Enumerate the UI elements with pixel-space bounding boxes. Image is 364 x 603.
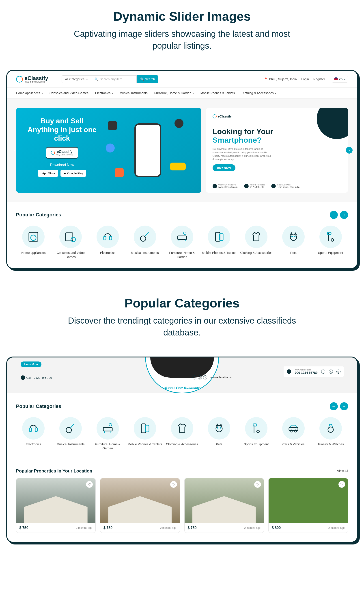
favorite-button[interactable]: ♡ <box>254 481 261 488</box>
nav-item[interactable]: Musical Instruments <box>120 91 147 95</box>
phone-icon <box>287 369 291 374</box>
promo-banner: Learn More Call +0123-456-789 "Boost You… <box>7 358 357 393</box>
nav-item[interactable]: Furniture, Home & Garden <box>154 91 194 95</box>
svg-point-22 <box>66 428 71 433</box>
brand-logo[interactable]: eClassify "Buy & Sell Anything" <box>16 75 48 83</box>
twitter-icon[interactable]: 𝕏 <box>203 375 207 379</box>
svg-rect-18 <box>328 232 331 234</box>
category-item[interactable]: Musical Instruments <box>127 226 162 259</box>
backpack-icon <box>106 143 115 152</box>
learn-more-button[interactable]: Learn More <box>21 361 42 367</box>
categories-prev-button[interactable]: ← <box>330 211 338 219</box>
category-label: Furniture, Home & Garden <box>90 442 125 450</box>
favorite-button[interactable]: ♡ <box>339 481 345 488</box>
categories-prev-button[interactable]: ← <box>330 402 338 410</box>
login-link[interactable]: Login <box>301 77 309 81</box>
svg-rect-21 <box>35 428 37 431</box>
category-icon <box>176 422 188 435</box>
view-all-link[interactable]: View All <box>337 469 348 473</box>
slide-card-1[interactable]: Buy and Sell Anything in just one click … <box>16 108 201 193</box>
heart-icon: ♡ <box>172 482 175 487</box>
category-icon-wrap <box>245 417 267 440</box>
category-dropdown[interactable]: All Categories ⌄ <box>62 75 92 83</box>
category-icon-wrap <box>59 417 82 440</box>
brand-badge: eClassify "Buy & Sell Anything" <box>46 147 78 159</box>
map-icon <box>271 184 276 188</box>
category-icon <box>64 231 77 243</box>
category-item[interactable]: Clothing & Accessories <box>165 417 199 450</box>
slide-card-2[interactable]: eClassify Looking for Your Smartphone? N… <box>206 108 348 193</box>
categories-next-button[interactable]: → <box>340 211 348 219</box>
category-icon <box>287 231 300 243</box>
category-item[interactable]: Pets <box>276 226 311 259</box>
category-item[interactable]: Cars & Vehicles <box>276 417 311 450</box>
nav-item[interactable]: Consoles and Video Games <box>50 91 88 95</box>
chevron-down-icon: ⌄ <box>86 77 88 81</box>
svg-point-16 <box>294 236 296 237</box>
category-item[interactable]: Electronics <box>90 226 125 259</box>
property-card[interactable]: ♡$ 7502 months ago <box>100 478 180 533</box>
search-button[interactable]: 🔍 Search <box>137 75 158 83</box>
instagram-icon[interactable]: ◎ <box>336 370 341 374</box>
category-item[interactable]: Clothing & Accessories <box>239 226 274 259</box>
twitter-icon[interactable]: 𝕏 <box>329 370 333 374</box>
property-card[interactable]: ♡$ 7502 months ago <box>184 478 264 533</box>
category-label: Clothing & Accessories <box>165 442 199 446</box>
register-link[interactable]: Register <box>313 77 325 81</box>
search-input[interactable]: 🔍 Search any item <box>92 75 137 83</box>
favorite-button[interactable]: ♡ <box>86 481 93 488</box>
category-icon <box>324 422 337 435</box>
slider-prev-button[interactable]: ‹ <box>12 147 18 154</box>
category-label: Musical Instruments <box>127 251 162 255</box>
language-switcher[interactable]: en ▾ <box>332 76 348 82</box>
property-card[interactable]: ♡$ 7502 months ago <box>16 478 96 533</box>
properties-section: Popular Properties In Your Location View… <box>7 460 357 542</box>
pin-icon: 📍 <box>264 77 268 81</box>
category-item[interactable]: Mobile Phones & Tablets <box>127 417 162 450</box>
contact-card: www.website.com 000 1234 56789 f 𝕏 ◎ <box>284 366 343 377</box>
category-icon-wrap <box>97 417 119 440</box>
nav-item[interactable]: Electronics <box>95 91 113 95</box>
category-icon-wrap <box>171 226 193 248</box>
categories-next-button[interactable]: → <box>340 402 348 410</box>
category-item[interactable]: Consoles and Video Games <box>53 226 88 259</box>
facebook-icon[interactable]: f <box>192 375 197 379</box>
category-item[interactable]: Furniture, Home & Garden <box>165 226 199 259</box>
svg-point-27 <box>109 423 112 426</box>
svg-point-32 <box>220 427 221 429</box>
property-card[interactable]: ♡$ 8002 months ago <box>268 478 348 533</box>
house-shape-icon <box>192 496 256 523</box>
appstore-button[interactable]: App Store <box>38 170 58 177</box>
googleplay-button[interactable]: ▶ Google Play <box>60 170 86 177</box>
category-item[interactable]: Pets <box>202 417 237 450</box>
category-icon <box>27 231 40 243</box>
category-item[interactable]: Jewelry & Watches <box>313 417 348 450</box>
category-item[interactable]: Sports Equipment <box>239 417 274 450</box>
category-item[interactable]: Home appliances <box>16 226 51 259</box>
nav-item[interactable]: Home appliances <box>16 91 43 95</box>
buy-now-button[interactable]: BUY NOW <box>213 164 236 171</box>
category-item[interactable]: Musical Instruments <box>53 417 88 450</box>
category-item[interactable]: Sports Equipment <box>313 226 348 259</box>
category-item[interactable]: Mobile Phones & Tablets <box>202 226 237 259</box>
logo-icon <box>16 76 23 82</box>
svg-point-11 <box>183 232 186 234</box>
search-icon: 🔍 <box>140 77 144 81</box>
category-item[interactable]: Electronics <box>16 417 51 450</box>
slider-next-button[interactable]: › <box>346 147 353 154</box>
category-label: Mobile Phones & Tablets <box>127 442 162 446</box>
svg-rect-20 <box>29 428 32 431</box>
category-icon <box>176 231 188 243</box>
category-item[interactable]: Furniture, Home & Garden <box>90 417 125 450</box>
property-image: ♡ <box>185 478 264 523</box>
favorite-button[interactable]: ♡ <box>170 481 177 488</box>
instagram-icon[interactable]: ◎ <box>198 375 202 379</box>
slide-title: Buy and Sell Anything in just one click <box>25 116 99 142</box>
category-icon-wrap <box>22 226 44 248</box>
svg-point-37 <box>290 430 292 432</box>
nav-item[interactable]: Mobile Phones & Tablets <box>200 91 235 95</box>
facebook-icon[interactable]: f <box>321 370 325 374</box>
nav-item[interactable]: Clothing & Accessories <box>242 91 276 95</box>
location-selector[interactable]: 📍 Bhuj , Gujarat, India <box>264 77 297 81</box>
section-subtitle: Captivating image sliders showcasing the… <box>59 28 305 52</box>
